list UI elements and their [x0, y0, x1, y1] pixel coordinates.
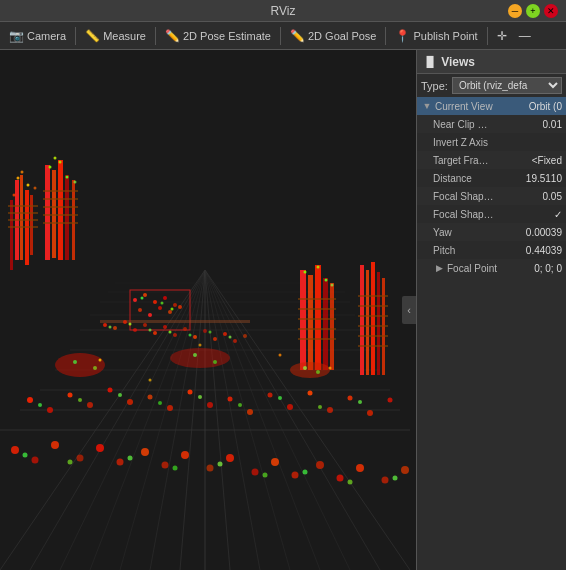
- svg-point-83: [233, 339, 237, 343]
- svg-point-52: [66, 176, 69, 179]
- svg-point-180: [348, 480, 353, 485]
- tree-row-invert-z[interactable]: Invert Z Axis: [417, 133, 566, 151]
- distance-label: Distance: [433, 173, 526, 184]
- minimize-button[interactable]: ─: [508, 4, 522, 18]
- tree-row-focal-point[interactable]: ▶ Focal Point 0; 0; 0: [417, 259, 566, 277]
- svg-rect-116: [358, 345, 388, 347]
- main-container: ‹ ▐▌ Views Type: Orbit (rviz_defa ▼ Curr…: [0, 50, 566, 570]
- svg-point-86: [129, 323, 132, 326]
- svg-point-56: [133, 298, 137, 302]
- toolbar-pose-estimate-label: 2D Pose Estimate: [183, 30, 271, 42]
- toolbar-goal-pose[interactable]: ✏️ 2D Goal Pose: [285, 27, 381, 45]
- window-controls: ─ + ✕: [508, 4, 558, 18]
- svg-point-68: [171, 308, 174, 311]
- toolbar-sep-1: [75, 27, 76, 45]
- toolbar-interact[interactable]: ✛: [492, 27, 512, 45]
- publish-point-icon: 📍: [395, 29, 410, 43]
- toolbar-sep-5: [487, 27, 488, 45]
- svg-point-177: [218, 462, 223, 467]
- tree-toggle-current-view[interactable]: ▼: [421, 100, 433, 112]
- tree-container: ▼ Current View Orbit (0 Near Clip … 0.01…: [417, 97, 566, 570]
- tree-row-focal-shape-1[interactable]: Focal Shap… 0.05: [417, 187, 566, 205]
- svg-rect-29: [10, 200, 13, 270]
- svg-rect-39: [8, 226, 38, 228]
- tree-row-focal-shape-2[interactable]: Focal Shap… ✓: [417, 205, 566, 223]
- focal-shape-2-label: Focal Shap…: [433, 209, 554, 220]
- tree-row-current-view[interactable]: ▼ Current View Orbit (0: [417, 97, 566, 115]
- svg-rect-47: [43, 206, 78, 208]
- tree-row-distance[interactable]: Distance 19.5110: [417, 169, 566, 187]
- toolbar-camera[interactable]: 📷 Camera: [4, 27, 71, 45]
- svg-rect-101: [298, 338, 336, 340]
- toolbar-sep-2: [155, 27, 156, 45]
- svg-point-121: [108, 388, 113, 393]
- svg-point-65: [178, 305, 182, 309]
- tree-toggle-focal-point[interactable]: ▶: [433, 262, 445, 274]
- svg-point-171: [382, 477, 389, 484]
- svg-rect-45: [43, 190, 78, 192]
- svg-point-153: [316, 370, 320, 374]
- svg-rect-98: [298, 308, 336, 310]
- svg-point-179: [303, 470, 308, 475]
- svg-point-186: [329, 367, 332, 370]
- viewport[interactable]: ‹: [0, 50, 416, 570]
- svg-point-135: [388, 398, 393, 403]
- type-row: Type: Orbit (rviz_defa: [417, 74, 566, 97]
- svg-point-91: [229, 336, 232, 339]
- svg-point-166: [271, 458, 279, 466]
- close-button[interactable]: ✕: [544, 4, 558, 18]
- svg-point-143: [318, 405, 322, 409]
- svg-point-133: [348, 396, 353, 401]
- maximize-button[interactable]: +: [526, 4, 540, 18]
- svg-point-164: [226, 454, 234, 462]
- svg-point-90: [209, 331, 212, 334]
- toolbar-publish-point[interactable]: 📍 Publish Point: [390, 27, 482, 45]
- svg-point-35: [34, 187, 37, 190]
- yaw-value: 0.00039: [526, 227, 562, 238]
- svg-point-34: [13, 194, 16, 197]
- type-select[interactable]: Orbit (rviz_defa: [452, 77, 562, 94]
- toolbar-pose-estimate[interactable]: ✏️ 2D Pose Estimate: [160, 27, 276, 45]
- focal-shape-1-label: Focal Shap…: [433, 191, 543, 202]
- svg-rect-95: [323, 278, 328, 370]
- pitch-label: Pitch: [433, 245, 526, 256]
- svg-point-63: [158, 306, 162, 310]
- svg-rect-43: [65, 175, 69, 260]
- svg-point-126: [207, 402, 213, 408]
- current-view-value: Orbit (0: [529, 101, 562, 112]
- type-label: Type:: [421, 80, 448, 92]
- svg-point-129: [268, 393, 273, 398]
- svg-point-118: [47, 407, 53, 413]
- right-panel: ▐▌ Views Type: Orbit (rviz_defa ▼ Curren…: [416, 50, 566, 570]
- svg-point-72: [123, 320, 127, 324]
- svg-point-64: [168, 310, 172, 314]
- measure-icon: 📏: [85, 29, 100, 43]
- svg-rect-112: [358, 305, 388, 307]
- camera-icon: 📷: [9, 29, 24, 43]
- svg-point-137: [78, 398, 82, 402]
- toolbar-measure[interactable]: 📏 Measure: [80, 27, 151, 45]
- svg-rect-107: [366, 270, 369, 375]
- svg-point-168: [316, 461, 324, 469]
- svg-point-158: [96, 444, 104, 452]
- tree-row-yaw[interactable]: Yaw 0.00039: [417, 223, 566, 241]
- svg-point-70: [103, 323, 107, 327]
- svg-point-184: [279, 354, 282, 357]
- svg-point-123: [148, 395, 153, 400]
- svg-point-103: [317, 266, 320, 269]
- pose-estimate-icon: ✏️: [165, 29, 180, 43]
- svg-point-73: [133, 328, 137, 332]
- svg-rect-97: [298, 298, 336, 300]
- svg-point-122: [127, 399, 133, 405]
- svg-point-77: [173, 333, 177, 337]
- svg-point-150: [193, 353, 197, 357]
- collapse-panel-button[interactable]: ‹: [402, 296, 416, 324]
- toolbar-minus[interactable]: —: [514, 27, 536, 45]
- focal-shape-2-value: ✓: [554, 209, 562, 220]
- svg-point-160: [141, 448, 149, 456]
- tree-row-pitch[interactable]: Pitch 0.44039: [417, 241, 566, 259]
- tree-row-near-clip[interactable]: Near Clip … 0.01: [417, 115, 566, 133]
- invert-z-label: Invert Z Axis: [433, 137, 562, 148]
- svg-rect-108: [371, 262, 375, 375]
- tree-row-target-frame[interactable]: Target Fra… <Fixed: [417, 151, 566, 169]
